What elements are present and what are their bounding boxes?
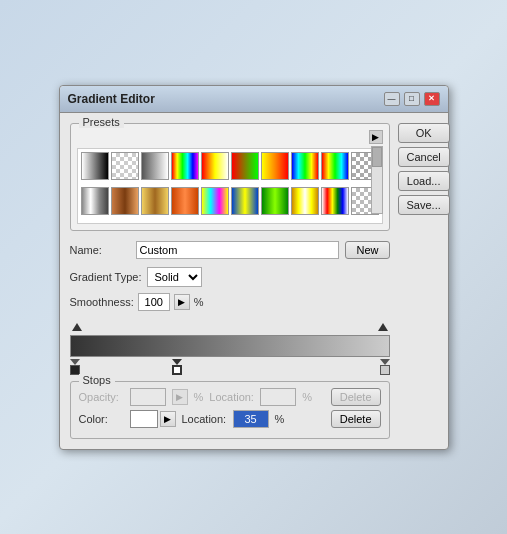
gradient-type-row: Gradient Type: Solid Noise — [70, 267, 390, 287]
preset-swatch[interactable] — [171, 152, 199, 180]
stops-group: Stops Opacity: ▶ % Location: % Delete — [70, 381, 390, 439]
new-button[interactable]: New — [345, 241, 389, 259]
name-row: Name: New — [70, 241, 390, 259]
presets-label: Presets — [79, 116, 124, 128]
opacity-stop-left[interactable] — [72, 323, 82, 331]
preset-swatch[interactable] — [231, 152, 259, 180]
opacity-location-input — [260, 388, 296, 406]
color-stop-middle[interactable] — [172, 359, 182, 375]
gradient-type-dropdown[interactable]: Solid Noise — [147, 267, 202, 287]
preset-swatch[interactable] — [141, 187, 169, 215]
color-delete-button[interactable]: Delete — [331, 410, 381, 428]
smoothness-label: Smoothness: — [70, 296, 134, 308]
color-stop-right[interactable] — [380, 359, 390, 375]
opacity-arrow-button: ▶ — [172, 389, 188, 405]
preset-swatch[interactable] — [201, 152, 229, 180]
preset-swatch[interactable] — [231, 187, 259, 215]
load-button[interactable]: Load... — [398, 171, 450, 191]
preset-swatch[interactable] — [321, 152, 349, 180]
opacity-stops-bar — [70, 321, 390, 335]
close-button[interactable]: ✕ — [424, 92, 440, 106]
window-controls: — □ ✕ — [384, 92, 440, 106]
smoothness-arrow-button[interactable]: ▶ — [174, 294, 190, 310]
opacity-location-label: Location: — [209, 391, 254, 403]
smoothness-unit: % — [194, 296, 204, 308]
color-label: Color: — [79, 413, 124, 425]
maximize-button[interactable]: □ — [404, 92, 420, 106]
preset-swatch[interactable] — [171, 187, 199, 215]
presets-scrollbar[interactable] — [371, 146, 383, 214]
minimize-button[interactable]: — — [384, 92, 400, 106]
window-body: Presets ▶ — [60, 113, 448, 449]
opacity-stops-row: Opacity: ▶ % Location: % Delete — [79, 388, 381, 406]
opacity-unit: % — [194, 391, 204, 403]
gradient-editor-window: Gradient Editor — □ ✕ Presets ▶ — [59, 85, 449, 450]
smoothness-row: Smoothness: ▶ % — [70, 293, 390, 311]
right-panel: OK Cancel Load... Save... — [398, 123, 450, 439]
preset-swatch[interactable] — [111, 152, 139, 180]
presets-grid — [77, 148, 383, 224]
gradient-bar-container — [70, 321, 390, 375]
color-stops-row: Color: ▶ Location: % Delete — [79, 410, 381, 428]
opacity-location-unit: % — [302, 391, 312, 403]
preset-swatch[interactable] — [291, 187, 319, 215]
name-label: Name: — [70, 244, 130, 256]
color-location-input[interactable] — [233, 410, 269, 428]
opacity-stop-right[interactable] — [378, 323, 388, 331]
smoothness-input[interactable] — [138, 293, 170, 311]
save-button[interactable]: Save... — [398, 195, 450, 215]
preset-swatch[interactable] — [81, 187, 109, 215]
preset-swatch[interactable] — [291, 152, 319, 180]
preset-swatch[interactable] — [321, 187, 349, 215]
ok-button[interactable]: OK — [398, 123, 450, 143]
color-location-label: Location: — [182, 413, 227, 425]
opacity-delete-button: Delete — [331, 388, 381, 406]
presets-header: ▶ — [77, 130, 383, 144]
window-title: Gradient Editor — [68, 92, 155, 106]
presets-menu-button[interactable]: ▶ — [369, 130, 383, 144]
opacity-label: Opacity: — [79, 391, 124, 403]
name-input[interactable] — [136, 241, 340, 259]
opacity-value-input — [130, 388, 166, 406]
preset-swatch[interactable] — [201, 187, 229, 215]
gradient-type-label: Gradient Type: — [70, 271, 142, 283]
preset-swatch[interactable] — [261, 152, 289, 180]
preset-swatch[interactable] — [111, 187, 139, 215]
preset-swatch[interactable] — [141, 152, 169, 180]
presets-group: Presets ▶ — [70, 123, 390, 231]
color-location-unit: % — [275, 413, 285, 425]
preset-swatch[interactable] — [261, 187, 289, 215]
color-swatch-button[interactable] — [130, 410, 158, 428]
stops-group-label: Stops — [79, 374, 115, 386]
gradient-bar[interactable] — [70, 335, 390, 357]
color-stops-bar — [70, 357, 390, 375]
color-stop-left[interactable] — [70, 359, 80, 375]
preset-swatch[interactable] — [81, 152, 109, 180]
title-bar: Gradient Editor — □ ✕ — [60, 86, 448, 113]
color-arrow-button[interactable]: ▶ — [160, 411, 176, 427]
cancel-button[interactable]: Cancel — [398, 147, 450, 167]
